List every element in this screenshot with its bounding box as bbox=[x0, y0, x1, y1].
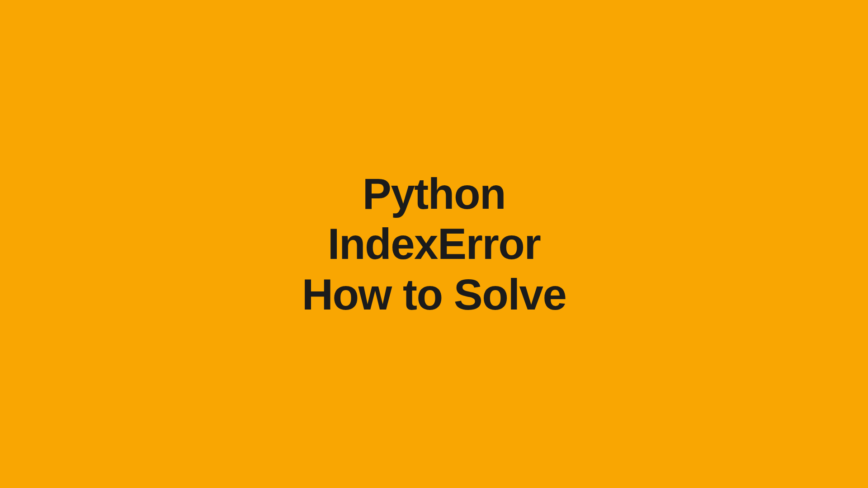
title-line-3: How to Solve bbox=[302, 269, 566, 319]
title-block: Python IndexError How to Solve bbox=[302, 169, 566, 319]
title-line-1: Python bbox=[302, 169, 566, 219]
title-line-2: IndexError bbox=[302, 219, 566, 269]
